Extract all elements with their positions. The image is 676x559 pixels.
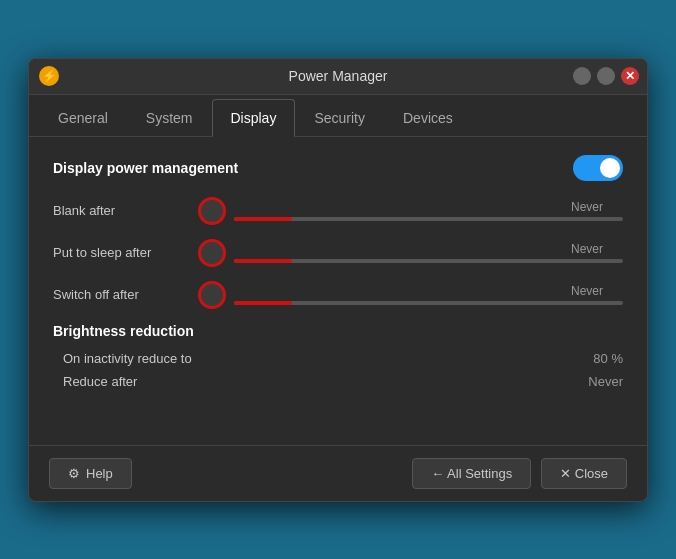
inactivity-reduce-value: 80 % xyxy=(593,351,623,366)
sleep-after-slider-thumb[interactable] xyxy=(198,239,226,267)
power-manager-window: ⚡ Power Manager ✕ General System Display… xyxy=(28,58,648,502)
blank-after-row: Blank after Never xyxy=(53,197,623,225)
switchoff-after-value: Never xyxy=(571,284,623,298)
sleep-after-label: Put to sleep after xyxy=(53,245,198,260)
help-button[interactable]: ⚙ Help xyxy=(49,458,132,489)
all-settings-button[interactable]: ← All Settings xyxy=(412,458,531,489)
switchoff-after-label: Switch off after xyxy=(53,287,198,302)
tab-devices[interactable]: Devices xyxy=(384,99,472,136)
sleep-after-thumb-container xyxy=(198,239,226,267)
window-controls: ✕ xyxy=(573,67,639,85)
close-button[interactable]: ✕ Close xyxy=(541,458,627,489)
display-power-title: Display power management xyxy=(53,160,238,176)
all-settings-label: ← All Settings xyxy=(431,466,512,481)
display-power-section-header: Display power management xyxy=(53,155,623,181)
maximize-button[interactable] xyxy=(597,67,615,85)
close-window-button[interactable]: ✕ xyxy=(621,67,639,85)
help-label: Help xyxy=(86,466,113,481)
blank-after-thumb-container xyxy=(198,197,226,225)
footer-right-buttons: ← All Settings ✕ Close xyxy=(412,458,627,489)
display-power-toggle[interactable] xyxy=(573,155,623,181)
switchoff-after-track[interactable] xyxy=(234,301,623,305)
sleep-after-track-container: Never xyxy=(234,242,623,263)
switchoff-after-row: Switch off after Never xyxy=(53,281,623,309)
inactivity-reduce-row: On inactivity reduce to 80 % xyxy=(53,351,623,366)
close-label: ✕ Close xyxy=(560,466,608,481)
sleep-after-value: Never xyxy=(571,242,623,256)
switchoff-after-fill xyxy=(234,301,292,305)
tab-display[interactable]: Display xyxy=(212,99,296,137)
toggle-knob xyxy=(600,158,620,178)
switchoff-after-thumb-container xyxy=(198,281,226,309)
blank-after-fill xyxy=(234,217,292,221)
tab-security[interactable]: Security xyxy=(295,99,384,136)
brightness-section-title: Brightness reduction xyxy=(53,323,623,339)
reduce-after-label: Reduce after xyxy=(63,374,137,389)
switchoff-after-track-container: Never xyxy=(234,284,623,305)
switchoff-after-slider-thumb[interactable] xyxy=(198,281,226,309)
app-icon: ⚡ xyxy=(39,66,59,86)
window-title: Power Manager xyxy=(289,68,388,84)
blank-after-value: Never xyxy=(571,200,623,214)
reduce-after-row: Reduce after Never xyxy=(53,374,623,389)
footer: ⚙ Help ← All Settings ✕ Close xyxy=(29,445,647,501)
blank-after-label: Blank after xyxy=(53,203,198,218)
tab-system[interactable]: System xyxy=(127,99,212,136)
tab-bar: General System Display Security Devices xyxy=(29,95,647,137)
minimize-button[interactable] xyxy=(573,67,591,85)
blank-after-track-container: Never xyxy=(234,200,623,221)
main-content: Display power management Blank after Nev… xyxy=(29,137,647,415)
sleep-after-row: Put to sleep after Never xyxy=(53,239,623,267)
sleep-after-track[interactable] xyxy=(234,259,623,263)
reduce-after-value: Never xyxy=(588,374,623,389)
tab-general[interactable]: General xyxy=(39,99,127,136)
sleep-after-fill xyxy=(234,259,292,263)
blank-after-track[interactable] xyxy=(234,217,623,221)
blank-after-slider-thumb[interactable] xyxy=(198,197,226,225)
help-icon: ⚙ xyxy=(68,466,80,481)
inactivity-reduce-label: On inactivity reduce to xyxy=(63,351,192,366)
titlebar: ⚡ Power Manager ✕ xyxy=(29,59,647,95)
